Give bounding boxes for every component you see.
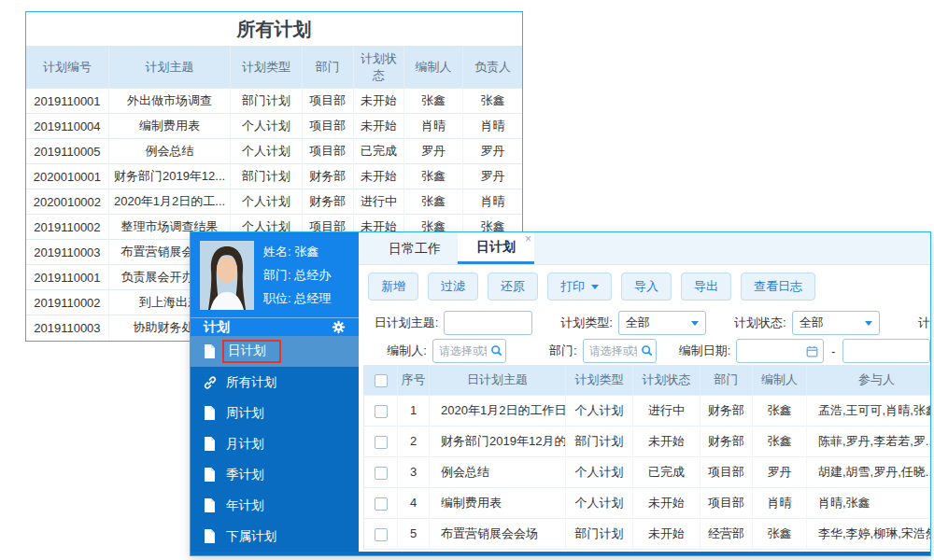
cell-checkbox (364, 395, 398, 426)
cell-type: 个人计划 (566, 487, 633, 518)
cell-participants: 孟浩,王可可,肖晴,张鑫 (807, 395, 931, 426)
type-filter-label: 计划类型: (555, 315, 612, 331)
table-row[interactable]: 5 布置营销展会会场 部门计划 未开始 经营部 张鑫 李华,李婷,柳琳,宋浩然 (364, 518, 931, 549)
cell: 2019110002 (26, 215, 108, 240)
filter-button[interactable]: 过滤 (428, 273, 478, 301)
cell: 项目部 (302, 139, 353, 164)
col-daily-subject: 日计划主题 (430, 366, 566, 396)
plan-subject-link[interactable]: 2020年1月2日的工作日... (430, 395, 566, 426)
filter-panel: 日计划主题: 计划类型: 全部 计划状态: 全部 计 (359, 308, 930, 365)
sidebar-item-subordinate-plan[interactable]: 下属计划 (191, 521, 359, 552)
cell-participants: 李华,李婷,柳琳,宋浩然 (807, 518, 931, 549)
user-title: 职位: 总经理 (263, 290, 331, 307)
row-checkbox[interactable] (375, 467, 388, 480)
all-plans-title: 所有计划 (26, 12, 522, 46)
row-checkbox[interactable] (375, 497, 388, 511)
creator-filter-label: 编制人: (366, 343, 427, 359)
plan-subject-link[interactable]: 布置营销展会会场 (430, 518, 566, 549)
cell: 2020年1月2日的工... (108, 189, 230, 215)
cell: 个人计划 (231, 189, 302, 215)
tab-daily-work[interactable]: 日常工作 (372, 232, 458, 264)
table-row[interactable]: 2 财务部门2019年12月的... 部门计划 未开始 财务部 张鑫 陈菲,罗丹… (364, 426, 931, 456)
view-log-button[interactable]: 查看日志 (741, 273, 815, 301)
table-row[interactable]: 20200100022020年1月2日的工...个人计划财务部进行中张鑫肖晴 (26, 189, 522, 215)
table-row[interactable]: 3 例会总结 个人计划 已完成 项目部 罗丹 胡建,胡雪,罗丹,任晓... (364, 456, 931, 487)
cell: 罗丹 (404, 139, 463, 164)
creation-date-end-input[interactable] (842, 339, 930, 363)
cell: 进行中 (353, 189, 403, 215)
row-checkbox[interactable] (375, 436, 388, 449)
status-select[interactable]: 全部 (792, 311, 880, 335)
user-avatar (200, 241, 254, 310)
cell: 部门计划 (231, 164, 302, 189)
table-row[interactable]: 2019110005例会总结个人计划项目部已完成罗丹罗丹 (26, 139, 522, 164)
sidebar-item-weekly-plan[interactable]: 周计划 (191, 398, 359, 428)
table-row[interactable]: 1 2020年1月2日的工作日... 个人计划 进行中 财务部 张鑫 孟浩,王可… (364, 395, 931, 426)
subject-filter-label: 日计划主题: (366, 315, 438, 331)
cell-type: 个人计划 (566, 456, 633, 487)
col-dept: 部门 (302, 46, 353, 89)
cell: 部门计划 (231, 89, 302, 114)
type-select[interactable]: 全部 (618, 311, 706, 335)
status-select-value: 全部 (800, 315, 824, 331)
cell-seq: 1 (398, 395, 430, 426)
cell-status: 已完成 (633, 456, 700, 487)
cell: 罗丹 (463, 164, 522, 189)
cell-creator: 张鑫 (753, 395, 807, 426)
cell: 财务部 (302, 164, 353, 189)
export-button[interactable]: 导出 (681, 273, 731, 301)
col-participants: 参与人 (807, 366, 931, 396)
sidebar-item-quarterly-plan[interactable]: 季计划 (191, 459, 359, 490)
calendar-icon[interactable] (806, 345, 818, 357)
cell: 外出做市场调查 (108, 89, 230, 114)
page-icon (204, 498, 217, 512)
reset-button[interactable]: 还原 (488, 273, 538, 301)
cell-dept: 经营部 (700, 518, 753, 549)
cell: 张鑫 (404, 164, 463, 189)
table-row[interactable]: 2020010001财务部门2019年12...部门计划财务部未开始张鑫罗丹 (26, 164, 522, 189)
row-checkbox[interactable] (375, 405, 388, 418)
search-icon[interactable] (490, 344, 502, 357)
col-seq: 序号 (398, 366, 430, 396)
table-row[interactable]: 4 编制费用表 个人计划 未开始 项目部 肖晴 肖晴,张鑫 (364, 487, 931, 518)
sidebar-item-monthly-plan[interactable]: 月计划 (191, 428, 359, 459)
sidebar-item-daily-plan[interactable]: 日计划 (191, 336, 359, 367)
cell-dept: 项目部 (700, 487, 753, 518)
select-all-checkbox[interactable] (375, 374, 388, 387)
type-select-value: 全部 (626, 315, 650, 331)
page-icon (204, 344, 217, 358)
sidebar-item-label: 所有计划 (226, 374, 276, 391)
plan-subject-link[interactable]: 财务部门2019年12月的... (430, 426, 566, 456)
row-checkbox[interactable] (375, 528, 388, 541)
cell-creator: 肖晴 (753, 487, 807, 518)
plan-subject-link[interactable]: 编制费用表 (430, 487, 566, 518)
chevron-down-icon (691, 321, 699, 326)
cell-type: 个人计划 (566, 395, 633, 426)
table-row[interactable]: 2019110001外出做市场调查部门计划项目部未开始张鑫张鑫 (26, 89, 522, 114)
page-icon (204, 529, 217, 543)
cell-seq: 2 (398, 426, 430, 456)
select-all-header (364, 366, 398, 396)
plan-subject-link[interactable]: 例会总结 (430, 456, 566, 487)
subject-filter-input[interactable] (444, 311, 532, 335)
col-creator: 编制人 (753, 366, 807, 396)
date-filter-label: 编制日期: (679, 343, 731, 359)
print-button[interactable]: 打印 (547, 273, 612, 301)
gear-icon[interactable] (332, 320, 346, 334)
cell: 2019110003 (26, 240, 108, 265)
cell: 已完成 (353, 139, 403, 164)
cell: 张鑫 (404, 89, 463, 114)
cell: 2020010002 (26, 189, 108, 215)
cell: 未开始 (353, 89, 403, 114)
sidebar-item-label: 下属计划 (226, 528, 276, 545)
close-icon[interactable]: × (525, 233, 531, 245)
import-button[interactable]: 导入 (621, 273, 672, 301)
search-icon[interactable] (641, 344, 653, 357)
creation-date-start-input[interactable] (736, 339, 824, 363)
sidebar-item-yearly-plan[interactable]: 年计划 (191, 490, 359, 521)
table-row[interactable]: 2019110004编制费用表个人计划项目部未开始肖晴肖晴 (26, 114, 522, 139)
tab-daily-plan[interactable]: 日计划 × (458, 232, 534, 264)
link-icon (204, 375, 217, 389)
sidebar-item-all-plans[interactable]: 所有计划 (191, 367, 359, 398)
add-button[interactable]: 新增 (368, 273, 418, 301)
